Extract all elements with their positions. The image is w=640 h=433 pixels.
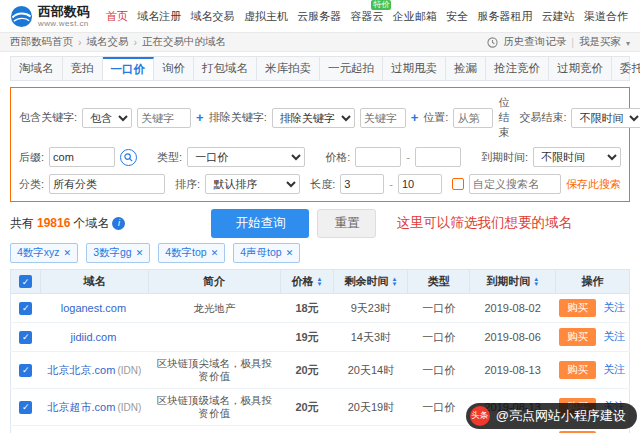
filter-tag[interactable]: 4数字xyz xyxy=(10,243,78,263)
add-include-keyword-icon[interactable] xyxy=(196,110,204,125)
info-icon[interactable] xyxy=(112,217,125,230)
sort-time-left-icon[interactable] xyxy=(391,277,397,287)
tab-expired-sale[interactable]: 过期甩卖 xyxy=(383,57,446,80)
category-input[interactable] xyxy=(49,174,165,194)
expire-date: 2019-08-06 xyxy=(470,323,556,352)
expire-select[interactable]: 不限时间 xyxy=(533,147,621,167)
col-actions: 操作 xyxy=(556,270,630,294)
reset-button[interactable]: 重置 xyxy=(317,209,376,238)
filter-tag[interactable]: 4声母top xyxy=(233,243,300,263)
row-checkbox[interactable] xyxy=(19,302,32,315)
start-search-button[interactable]: 开始查询 xyxy=(211,209,309,238)
price-max-input[interactable] xyxy=(415,147,461,167)
tab-tao-domain[interactable]: 淘域名 xyxy=(11,57,63,80)
buy-button[interactable]: 购买 xyxy=(559,299,596,317)
exclude-mode-select[interactable]: 排除关键字 xyxy=(272,108,355,128)
row-checkbox[interactable] xyxy=(19,401,32,414)
follow-link[interactable]: 关注 xyxy=(603,330,625,342)
tag-close-icon[interactable] xyxy=(286,248,294,258)
trade-end-select[interactable]: 不限时间 xyxy=(571,108,640,128)
sort-expire-icon[interactable] xyxy=(533,277,539,287)
position-input[interactable] xyxy=(453,108,493,128)
tag-close-icon[interactable] xyxy=(136,248,144,258)
history-query-link[interactable]: 历史查询记录 xyxy=(503,35,566,49)
suffix-input[interactable] xyxy=(49,147,115,167)
save-search-link[interactable]: 保存此搜索 xyxy=(566,177,621,192)
tag-close-icon[interactable] xyxy=(211,248,219,258)
tab-miku-auction[interactable]: 米库拍卖 xyxy=(257,57,320,80)
domain-link[interactable]: loganest.com xyxy=(61,302,126,314)
tab-inquiry[interactable]: 询价 xyxy=(154,57,194,80)
include-mode-select[interactable]: 包含 xyxy=(82,108,132,128)
tab-package[interactable]: 打包域名 xyxy=(194,57,257,80)
add-exclude-keyword-icon[interactable] xyxy=(411,110,419,125)
domain-link[interactable]: jidiid.com xyxy=(71,331,117,343)
results-bar: 共有 19816 个域名 开始查询 重置 这里可以筛选我们想要的域名 xyxy=(10,209,630,237)
divider xyxy=(571,36,574,48)
role-selector[interactable]: 我是买家 xyxy=(579,35,621,49)
watermark-text: @亮点网站小程序建设 xyxy=(496,407,626,425)
nav-item-home[interactable]: 首页 xyxy=(106,9,128,24)
domain-link[interactable]: 北京超市.com xyxy=(48,401,116,413)
nav-item-domain-trade[interactable]: 域名交易 xyxy=(191,9,235,24)
domain-description: 区块链顶级域名，极具投资价值 xyxy=(148,389,280,426)
sort-select[interactable]: 默认排序 xyxy=(205,174,300,194)
nav-item-channel[interactable]: 渠道合作 xyxy=(584,9,628,24)
follow-link[interactable]: 关注 xyxy=(603,301,625,313)
breadcrumb-home[interactable]: 西部数码首页 xyxy=(10,35,73,49)
promo-badge: 特价 xyxy=(371,0,391,10)
time-left: 20天19时 xyxy=(334,389,408,426)
site-logo[interactable]: 西部数码 www.west.cn xyxy=(10,5,90,28)
sort-price-icon[interactable] xyxy=(317,277,323,287)
domain-link[interactable]: 北京北京.com xyxy=(48,364,116,376)
count-suffix: 个域名 xyxy=(73,215,109,232)
buy-button[interactable]: 购买 xyxy=(559,328,596,346)
domain-description: 过q过微信 全网不过微 xyxy=(148,426,280,433)
follow-link[interactable]: 关注 xyxy=(603,363,625,375)
trade-type: 一口价 xyxy=(408,323,470,352)
buy-button[interactable]: 购买 xyxy=(559,361,596,379)
nav-item-security[interactable]: 安全 xyxy=(446,9,468,24)
breadcrumb-section[interactable]: 域名交易 xyxy=(87,35,129,49)
price-min-input[interactable] xyxy=(355,147,401,167)
tab-expired-bid[interactable]: 过期竞价 xyxy=(549,57,612,80)
custom-search-input[interactable] xyxy=(469,174,561,194)
tab-auction[interactable]: 竞拍 xyxy=(63,57,103,80)
tab-bargain[interactable]: 捡漏 xyxy=(446,57,486,80)
nav-item-cloud-server[interactable]: 云服务器 xyxy=(297,9,341,24)
saved-filter-tags: 4数字xyz 3数字gg 4数字top 4声母top xyxy=(10,242,630,263)
nav-item-virtual-host[interactable]: 虚拟主机 xyxy=(244,9,288,24)
breadcrumb-separator xyxy=(78,36,82,48)
include-keyword-input[interactable] xyxy=(137,108,191,128)
custom-search-checkbox[interactable] xyxy=(452,178,464,190)
type-select[interactable]: 一口价 xyxy=(187,147,305,167)
col-price: 价格 xyxy=(280,270,334,294)
nav-item-cloud-website[interactable]: 云建站 xyxy=(542,9,575,24)
tab-entrust-buy[interactable]: 委托买入 xyxy=(612,57,640,80)
row-checkbox[interactable] xyxy=(19,364,32,377)
tab-one-yuan[interactable]: 一元起拍 xyxy=(320,57,383,80)
filter-tag[interactable]: 3数字gg xyxy=(86,243,150,263)
nav-item-domain-register[interactable]: 域名注册 xyxy=(137,9,181,24)
exclude-keyword-input[interactable] xyxy=(360,108,406,128)
category-label: 分类: xyxy=(19,177,44,192)
time-left: 13天3时 xyxy=(334,426,408,433)
row-checkbox[interactable] xyxy=(19,331,32,344)
tag-close-icon[interactable] xyxy=(64,248,72,258)
length-max-input[interactable] xyxy=(398,174,442,194)
nav-item-container-cloud[interactable]: 容器云特价 xyxy=(350,9,383,24)
logo-globe-icon xyxy=(10,5,33,28)
expire-label: 到期时间: xyxy=(481,150,528,165)
nav-item-label: 容器云 xyxy=(350,10,383,22)
domain-price: 19元 xyxy=(280,323,334,352)
table-row: 北京北京.com(IDN) 区块链顶尖域名，极具投资价值 20元 20天14时 … xyxy=(11,352,630,389)
filter-tag[interactable]: 4数字top xyxy=(158,243,225,263)
suffix-search-icon[interactable] xyxy=(120,149,137,166)
nav-item-enterprise-mail[interactable]: 企业邮箱 xyxy=(393,9,437,24)
select-all-checkbox[interactable] xyxy=(19,275,32,288)
nav-item-server-rental[interactable]: 服务器租用 xyxy=(477,9,532,24)
length-min-input[interactable] xyxy=(340,174,384,194)
tab-preorder-bid[interactable]: 抢注竞价 xyxy=(486,57,549,80)
price-label: 价格: xyxy=(325,150,350,165)
tab-fixed-price[interactable]: 一口价 xyxy=(103,57,155,80)
